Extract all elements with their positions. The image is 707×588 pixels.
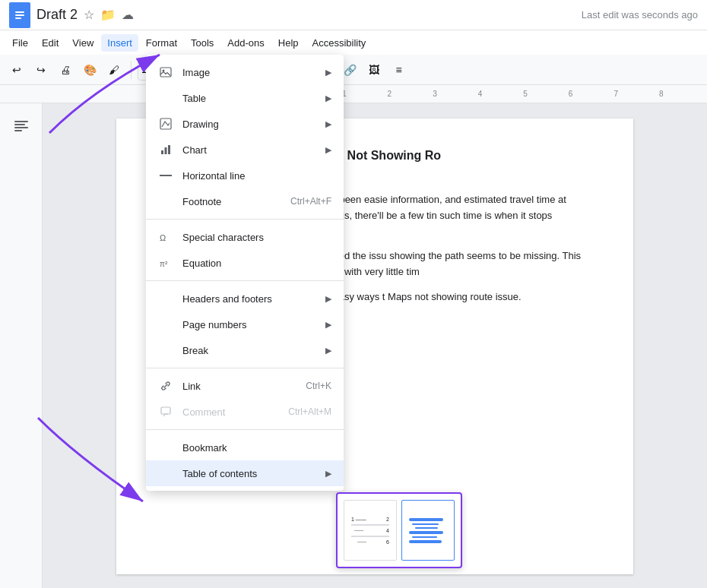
- toc-option-page-numbers[interactable]: 1 —— 2 —— 4 —— 6: [344, 500, 397, 561]
- menu-divider-2: [146, 280, 344, 281]
- format-paint-button[interactable]: 🖌: [103, 59, 125, 81]
- insert-image-button[interactable]: 🖼: [363, 59, 385, 81]
- menu-entry-footnote[interactable]: Footnote Ctrl+Alt+F: [146, 188, 344, 214]
- menu-file[interactable]: File: [6, 34, 34, 52]
- paint-format-button[interactable]: 🎨: [79, 59, 100, 81]
- menu-accessibility[interactable]: Accessibility: [306, 34, 373, 52]
- menu-entry-drawing[interactable]: Drawing ▶: [146, 111, 344, 137]
- menu-tools[interactable]: Tools: [185, 34, 220, 52]
- break-icon: [158, 343, 173, 358]
- bookmark-label: Bookmark: [182, 442, 331, 454]
- toc-arrow: ▶: [325, 469, 331, 479]
- hr-label: Horizontal line: [182, 170, 331, 182]
- menu-entry-image[interactable]: Image ▶: [146, 59, 344, 85]
- doc-title[interactable]: Draft 2: [36, 7, 78, 23]
- svg-rect-4: [14, 121, 28, 122]
- break-arrow: ▶: [325, 346, 331, 356]
- link-shortcut: Ctrl+K: [306, 381, 331, 391]
- chart-label: Chart: [182, 144, 319, 156]
- menu-entry-link[interactable]: Link Ctrl+K: [146, 373, 344, 399]
- title-bar: Draft 2 ☆ 📁 ☁ Last edit was seconds ago: [0, 0, 707, 30]
- align-button[interactable]: ≡: [388, 59, 409, 81]
- page-numbers-icon: [158, 317, 173, 332]
- menu-edit[interactable]: Edit: [36, 34, 65, 52]
- menu-entry-horizontal-line[interactable]: Horizontal line: [146, 163, 344, 188]
- menu-entry-page-numbers[interactable]: Page numbers ▶: [146, 311, 344, 337]
- special-chars-label: Special characters: [182, 232, 331, 243]
- svg-rect-17: [161, 407, 170, 414]
- equation-icon: π²: [158, 255, 173, 270]
- svg-text:Ω: Ω: [160, 233, 166, 242]
- hr-icon: [158, 168, 173, 183]
- menu-insert[interactable]: Insert: [101, 34, 138, 52]
- print-button[interactable]: 🖨: [55, 59, 76, 81]
- headers-icon: [158, 291, 173, 306]
- title-icons: ☆ 📁 ☁: [84, 8, 134, 22]
- menu-bar: File Edit View Insert Format Tools Add-o…: [0, 30, 707, 55]
- drawing-label: Drawing: [182, 119, 319, 130]
- table-arrow: ▶: [325, 93, 331, 103]
- menu-entry-equation[interactable]: π² Equation: [146, 250, 344, 276]
- svg-rect-5: [14, 124, 25, 125]
- menu-help[interactable]: Help: [272, 34, 305, 52]
- toc-menu-icon: [158, 466, 173, 481]
- link-label: Link: [182, 381, 306, 392]
- menu-format[interactable]: Format: [140, 34, 183, 52]
- menu-view[interactable]: View: [66, 34, 100, 52]
- menu-entry-toc[interactable]: Table of contents ▶: [146, 460, 344, 486]
- menu-entry-special-chars[interactable]: Ω Special characters: [146, 224, 344, 250]
- toc-label: Table of contents: [182, 468, 319, 479]
- sidebar-outline-btn[interactable]: [8, 112, 35, 140]
- ruler-marks: 12345678: [342, 90, 664, 98]
- table-label: Table: [182, 93, 319, 104]
- svg-rect-3: [15, 17, 21, 19]
- ruler: 12345678: [0, 85, 707, 103]
- svg-rect-7: [14, 130, 22, 131]
- menu-entry-bookmark[interactable]: Bookmark: [146, 435, 344, 460]
- svg-rect-1: [15, 11, 24, 13]
- menu-entry-comment[interactable]: Comment Ctrl+Alt+M: [146, 399, 344, 425]
- table-icon: [158, 90, 173, 106]
- svg-text:π²: π²: [160, 260, 168, 268]
- cloud-icon[interactable]: ☁: [122, 8, 134, 22]
- image-icon: [158, 65, 173, 80]
- svg-rect-12: [165, 147, 167, 154]
- menu-divider-4: [146, 429, 344, 430]
- drawing-icon: [158, 116, 173, 131]
- menu-entry-table[interactable]: Table ▶: [146, 85, 344, 111]
- chart-icon: [158, 142, 173, 157]
- image-arrow: ▶: [325, 68, 331, 77]
- comment-label: Comment: [182, 406, 288, 418]
- toolbar-separator-1: [131, 61, 132, 79]
- undo-button[interactable]: ↩: [6, 59, 27, 81]
- doc-icon: [9, 2, 30, 28]
- last-edit-label: Last edit was seconds ago: [582, 9, 698, 21]
- equation-label: Equation: [182, 258, 331, 269]
- redo-button[interactable]: ↪: [30, 59, 52, 81]
- toc-option-blue-links[interactable]: [401, 500, 455, 561]
- page-numbers-arrow: ▶: [325, 320, 331, 330]
- folder-icon[interactable]: 📁: [100, 8, 116, 22]
- footnote-label: Footnote: [182, 196, 290, 207]
- break-label: Break: [182, 345, 319, 356]
- menu-entry-chart[interactable]: Chart ▶: [146, 137, 344, 163]
- link-icon: [158, 378, 173, 394]
- svg-rect-13: [168, 145, 170, 154]
- menu-divider-1: [146, 219, 344, 220]
- bookmark-icon: [158, 440, 173, 455]
- menu-entry-break[interactable]: Break ▶: [146, 337, 344, 363]
- special-chars-icon: Ω: [158, 229, 173, 245]
- image-label: Image: [182, 67, 319, 78]
- svg-rect-2: [15, 14, 24, 16]
- star-icon[interactable]: ☆: [84, 8, 94, 22]
- menu-entry-headers-footers[interactable]: Headers and footers ▶: [146, 286, 344, 311]
- page-numbers-label: Page numbers: [182, 319, 319, 330]
- svg-rect-11: [161, 150, 163, 154]
- comment-shortcut: Ctrl+Alt+M: [288, 406, 331, 417]
- footnote-shortcut: Ctrl+Alt+F: [290, 196, 331, 207]
- toc-popup: 1 —— 2 —— 4 —— 6: [336, 492, 462, 568]
- svg-rect-6: [14, 127, 28, 128]
- menu-addons[interactable]: Add-ons: [221, 34, 270, 52]
- menu-divider-3: [146, 368, 344, 368]
- insert-dropdown-menu: Image ▶ Table ▶ Drawing ▶ Chart ▶: [146, 55, 344, 491]
